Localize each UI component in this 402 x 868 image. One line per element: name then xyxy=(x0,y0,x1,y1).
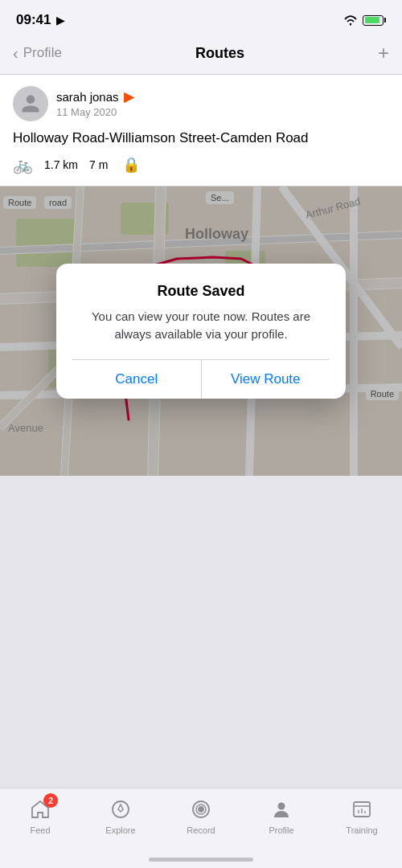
tab-label-feed: Feed xyxy=(30,825,50,835)
user-avatar-icon xyxy=(20,93,41,114)
svg-point-30 xyxy=(199,807,203,812)
chevron-left-icon: ‹ xyxy=(13,44,18,63)
cancel-button[interactable]: Cancel xyxy=(72,360,202,399)
tab-icon-wrap-record xyxy=(187,796,215,822)
back-button[interactable]: ‹ Profile xyxy=(13,44,62,63)
tab-icon-wrap-feed: 2 xyxy=(26,796,55,822)
location-icon: ▶ xyxy=(56,14,64,27)
tab-bar: 2 Feed Explore Record xyxy=(0,788,402,868)
elevation-value: 7 m xyxy=(89,158,108,171)
route-stats: 🚲 1.7 km 7 m 🔒 xyxy=(13,155,389,174)
tab-icon-wrap-explore xyxy=(106,796,135,822)
record-icon xyxy=(191,799,211,820)
dialog-buttons: Cancel View Route xyxy=(72,359,330,399)
tab-label-training: Training xyxy=(346,825,377,835)
tab-training[interactable]: Training xyxy=(322,796,402,835)
battery-icon xyxy=(363,15,386,26)
strava-icon: ▶ xyxy=(124,89,133,104)
tab-icon-wrap-profile xyxy=(267,796,296,822)
compass-icon xyxy=(110,799,131,820)
tab-explore[interactable]: Explore xyxy=(80,796,161,835)
back-label: Profile xyxy=(23,45,62,61)
svg-point-31 xyxy=(278,803,285,810)
nav-bar: ‹ Profile Routes + xyxy=(0,35,402,75)
map-area: Holloway Avenue Jackson Road Arthur Road… xyxy=(0,186,402,476)
wifi-icon xyxy=(343,14,358,26)
dialog-overlay: Route Saved You can view your route now.… xyxy=(0,186,402,476)
tab-feed[interactable]: 2 Feed xyxy=(0,796,80,835)
profile-icon xyxy=(271,799,292,820)
svg-marker-27 xyxy=(118,805,123,812)
user-date: 11 May 2020 xyxy=(56,106,133,118)
page-title: Routes xyxy=(195,45,244,62)
route-name: Holloway Road-Williamson Street-Camden R… xyxy=(13,129,389,147)
home-indicator xyxy=(149,858,253,862)
feed-badge: 2 xyxy=(43,793,58,808)
training-icon xyxy=(351,799,372,820)
status-icons xyxy=(343,14,386,26)
view-route-button[interactable]: View Route xyxy=(202,360,330,399)
svg-point-0 xyxy=(350,23,351,25)
user-name: sarah jonas xyxy=(56,90,119,104)
avatar xyxy=(13,86,48,121)
route-saved-dialog: Route Saved You can view your route now.… xyxy=(56,264,346,399)
tab-profile[interactable]: Profile xyxy=(241,796,322,835)
status-bar: 09:41 ▶ xyxy=(0,0,402,35)
status-time: 09:41 ▶ xyxy=(16,12,64,28)
gray-area xyxy=(0,476,402,794)
tab-label-explore: Explore xyxy=(105,825,135,835)
lock-icon: 🔒 xyxy=(122,156,140,174)
bike-icon: 🚲 xyxy=(13,155,33,174)
tab-label-profile: Profile xyxy=(269,825,293,835)
tab-record[interactable]: Record xyxy=(161,796,241,835)
route-card: sarah jonas ▶ 11 May 2020 Holloway Road-… xyxy=(0,75,402,186)
tab-icon-wrap-training xyxy=(347,796,376,822)
user-row: sarah jonas ▶ 11 May 2020 xyxy=(13,86,389,121)
dialog-title: Route Saved xyxy=(72,283,330,300)
distance-value: 1.7 km xyxy=(44,158,78,171)
add-button[interactable]: + xyxy=(378,42,389,64)
user-info: sarah jonas ▶ 11 May 2020 xyxy=(56,89,133,118)
tab-label-record: Record xyxy=(187,825,215,835)
dialog-message: You can view your route now. Routes are … xyxy=(72,308,330,343)
